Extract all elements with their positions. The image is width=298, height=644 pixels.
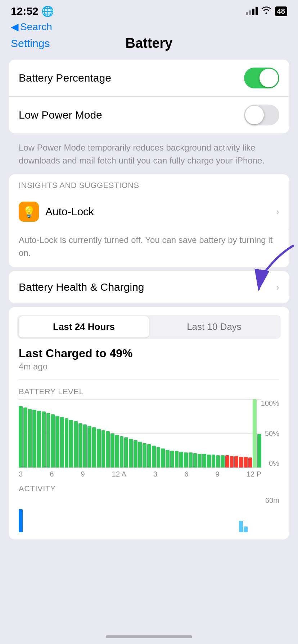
auto-lock-icon: 💡 [19, 202, 39, 222]
home-indicator [106, 635, 192, 638]
battery-bar-47 [234, 456, 238, 468]
activity-bar-36 [184, 531, 188, 532]
battery-health-chevron-icon: › [276, 282, 279, 293]
battery-health-row[interactable]: Battery Health & Charging › [9, 271, 289, 303]
battery-bar-44 [221, 455, 225, 468]
activity-bar-2 [28, 531, 32, 532]
battery-bar-19 [106, 431, 110, 468]
battery-bar-2 [28, 409, 32, 468]
battery-bar-5 [42, 411, 46, 468]
battery-bar-38 [193, 453, 197, 468]
activity-y-label: 60m [265, 496, 279, 505]
battery-bar-51 [253, 399, 257, 468]
activity-bar-52 [257, 531, 261, 532]
activity-bar-31 [161, 531, 165, 532]
auto-lock-row[interactable]: 💡 Auto-Lock › [9, 194, 289, 229]
activity-bar-17 [97, 531, 101, 532]
battery-bar-30 [157, 447, 161, 468]
battery-bar-26 [138, 442, 142, 468]
battery-bar-43 [216, 455, 220, 468]
activity-bar-35 [179, 531, 183, 532]
tab-last-24-hours[interactable]: Last 24 Hours [19, 316, 149, 337]
time-range-tabs: Last 24 Hours Last 10 Days [17, 315, 281, 339]
activity-bar-42 [212, 531, 216, 532]
activity-bar-20 [110, 531, 114, 532]
activity-bar-32 [166, 531, 170, 532]
activity-bar-47 [234, 531, 238, 532]
activity-bar-6 [46, 531, 50, 532]
back-chevron-icon: ◀ [11, 21, 19, 33]
charge-time: 4m ago [19, 362, 279, 372]
status-bar: 12:52 🌐 48 [0, 0, 298, 19]
battery-bar-1 [23, 408, 27, 468]
activity-bar-33 [170, 531, 174, 532]
activity-bar-9 [60, 531, 64, 532]
battery-health-section: Battery Health & Charging › [9, 271, 289, 303]
back-button[interactable]: ◀ Search [11, 21, 287, 33]
x-label-3p: 3 [153, 470, 157, 478]
battery-bar-0 [19, 406, 23, 468]
activity-bar-28 [147, 531, 151, 532]
low-power-mode-label: Low Power Mode [19, 109, 102, 121]
battery-bar-36 [184, 452, 188, 468]
battery-bar-31 [161, 448, 165, 468]
low-power-mode-row: Low Power Mode [9, 97, 289, 133]
tab-last-10-days[interactable]: Last 10 Days [149, 316, 279, 337]
activity-bar-45 [225, 531, 229, 532]
activity-bar-23 [124, 531, 128, 532]
battery-bar-4 [37, 411, 41, 468]
lightbulb-icon: 💡 [22, 206, 36, 218]
battery-toggles-section: Battery Percentage Low Power Mode [9, 60, 289, 133]
battery-bar-40 [202, 454, 206, 468]
settings-back-button[interactable]: Settings [11, 37, 50, 50]
battery-bar-12 [74, 421, 78, 468]
activity-bar-13 [78, 531, 82, 532]
activity-bar-1 [23, 531, 27, 532]
divider [19, 380, 279, 380]
y-label-0: 0% [269, 459, 279, 468]
battery-bar-24 [129, 439, 133, 468]
status-time: 12:52 [11, 5, 39, 17]
x-label-9a: 9 [81, 470, 85, 478]
insights-section: Insights and Suggestions 💡 Auto-Lock › A… [9, 174, 289, 267]
back-label: Search [20, 21, 52, 33]
signal-icon [246, 7, 258, 15]
battery-bar-21 [115, 435, 119, 468]
activity-bar-30 [157, 531, 161, 532]
battery-bar-49 [244, 457, 248, 468]
battery-bar-20 [110, 433, 114, 468]
battery-level-chart: 100% 50% 0% 3 6 9 12 A 3 6 9 12 P [19, 399, 279, 478]
activity-label: Activity [9, 478, 289, 496]
activity-bar-19 [106, 531, 110, 532]
battery-percentage-toggle[interactable] [244, 68, 279, 88]
battery-bar-41 [207, 455, 211, 468]
battery-bar-16 [92, 427, 96, 468]
battery-health-container: Battery Health & Charging › [9, 271, 289, 303]
battery-bar-22 [120, 436, 124, 468]
y-axis-labels: 100% 50% 0% [261, 399, 279, 468]
activity-bar-4 [37, 531, 41, 532]
y-label-100: 100% [261, 399, 279, 408]
activity-bar-48 [239, 521, 243, 532]
activity-bar-14 [83, 531, 87, 532]
back-navigation: ◀ Search [0, 19, 298, 36]
battery-bar-8 [55, 416, 59, 468]
charge-info: Last Charged to 49% 4m ago [9, 347, 289, 374]
activity-bar-24 [129, 531, 133, 532]
battery-bar-28 [147, 444, 151, 468]
low-power-desc: Low Power Mode temporarily reduces backg… [9, 137, 289, 174]
battery-bar-37 [189, 452, 193, 468]
battery-level-label: Battery Level [9, 386, 289, 399]
activity-bar-22 [120, 531, 124, 532]
battery-percentage-row: Battery Percentage [9, 60, 289, 97]
battery-chart-section: Last 24 Hours Last 10 Days Last Charged … [9, 307, 289, 539]
battery-bar-27 [143, 443, 146, 468]
activity-bar-27 [143, 531, 146, 532]
x-label-12p: 12 P [247, 470, 261, 478]
activity-bar-21 [115, 531, 119, 532]
activity-bar-43 [216, 531, 220, 532]
wifi-icon [261, 6, 271, 16]
x-label-9p: 9 [216, 470, 220, 478]
low-power-mode-toggle[interactable] [244, 105, 279, 125]
battery-bar-33 [170, 451, 174, 468]
